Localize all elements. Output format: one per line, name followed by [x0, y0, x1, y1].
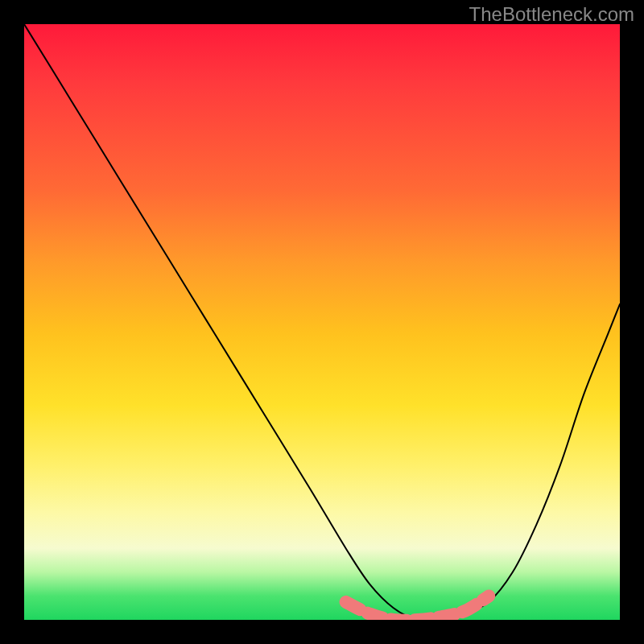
bottleneck-curve: [24, 24, 620, 620]
highlight-segment: [346, 596, 489, 620]
chart-stage: TheBottleneck.com: [0, 0, 644, 644]
plot-area: [24, 24, 620, 620]
watermark-text: TheBottleneck.com: [469, 3, 634, 26]
curve-layer: [24, 24, 620, 620]
